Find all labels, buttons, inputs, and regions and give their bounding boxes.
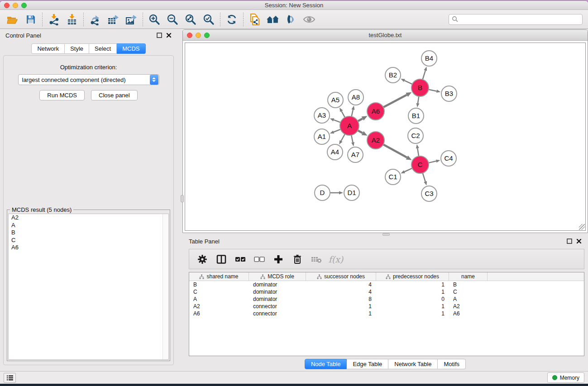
open-session-button[interactable] — [4, 12, 22, 27]
cell-MCDS-role[interactable]: dominator — [249, 289, 306, 295]
cell-predecessor-nodes[interactable]: 1 — [376, 310, 449, 317]
list-scrollbar[interactable] — [163, 214, 168, 359]
graph-edge-B-B3[interactable] — [428, 90, 437, 91]
tab-node-table[interactable]: Node Table — [305, 359, 347, 369]
cell-name[interactable]: C — [449, 289, 488, 295]
cell-MCDS-role[interactable]: connector — [249, 310, 306, 317]
zoom-selected-button[interactable] — [200, 12, 218, 27]
column-header-shared-name[interactable]: shared name — [189, 272, 249, 281]
cell-shared-name[interactable]: C — [189, 289, 249, 295]
cell-predecessor-nodes[interactable]: 0 — [376, 296, 449, 302]
network-canvas[interactable]: B4B2BB3A5A8A6A3B1AA1C2A2A4A7CC4C1C3DD1 — [185, 43, 586, 231]
cell-MCDS-role[interactable]: dominator — [249, 281, 306, 288]
graph-edge-B-B1[interactable] — [418, 96, 419, 103]
eye-button[interactable] — [300, 12, 318, 27]
graph-edge-A-A7[interactable] — [351, 135, 353, 143]
export-table-button[interactable] — [104, 12, 122, 27]
cell-name[interactable]: A6 — [449, 310, 488, 317]
cell-shared-name[interactable]: A2 — [189, 303, 249, 310]
table-row[interactable]: A6connector11A6 — [189, 310, 584, 317]
network-minimize-button[interactable] — [196, 33, 201, 38]
zoom-window-button[interactable] — [21, 3, 27, 8]
mcds-result-item[interactable]: C — [9, 237, 168, 244]
function-builder-button[interactable]: f(x) — [327, 251, 344, 267]
show-columns-button[interactable] — [213, 251, 230, 267]
select-all-button[interactable] — [232, 251, 249, 267]
cell-shared-name[interactable]: A6 — [189, 310, 249, 317]
network-close-button[interactable] — [187, 33, 192, 38]
cell-successor-nodes[interactable]: 1 — [306, 310, 376, 317]
network-file-button[interactable] — [246, 12, 264, 27]
graph-edge-C-C3[interactable] — [422, 172, 425, 181]
graphics-details-button[interactable] — [282, 12, 300, 27]
graph-edge-C-C2[interactable] — [417, 148, 419, 157]
cell-name[interactable]: B — [449, 281, 488, 288]
cell-shared-name[interactable]: B — [189, 281, 249, 288]
graph-edge-A-A8[interactable] — [351, 110, 353, 117]
float-panel-icon[interactable] — [157, 33, 162, 38]
deselect-all-button[interactable] — [251, 251, 268, 267]
column-header-predecessor-nodes[interactable]: predecessor nodes — [376, 272, 449, 281]
close-panel-icon[interactable] — [166, 33, 172, 38]
import-table-button[interactable] — [63, 12, 81, 27]
graph-edge-C-C4[interactable] — [428, 161, 436, 163]
zoom-out-button[interactable] — [163, 12, 182, 27]
mcds-result-list[interactable]: A2ABCA6 — [8, 214, 169, 360]
export-image-button[interactable] — [122, 12, 140, 27]
graph-edge-A6-B[interactable] — [383, 95, 407, 107]
import-network-button[interactable] — [45, 12, 63, 27]
create-column-button[interactable] — [270, 251, 287, 267]
zoom-fit-button[interactable] — [182, 12, 200, 27]
column-header-successor-nodes[interactable]: successor nodes — [306, 272, 376, 281]
column-header-MCDS-role[interactable]: MCDS role — [249, 272, 306, 281]
minimize-window-button[interactable] — [13, 3, 18, 8]
cell-predecessor-nodes[interactable]: 1 — [376, 289, 449, 295]
tab-network[interactable]: Network — [31, 43, 65, 54]
graph-edge-B-B2[interactable] — [404, 81, 412, 85]
cell-predecessor-nodes[interactable]: 1 — [376, 303, 449, 310]
panel-divider-grip-vertical[interactable] — [181, 195, 184, 202]
cell-predecessor-nodes[interactable]: 1 — [376, 281, 449, 288]
tab-mcds[interactable]: MCDS — [117, 43, 145, 54]
graph-edge-A-A5[interactable] — [341, 111, 345, 118]
window-resize-grip[interactable] — [579, 224, 585, 230]
mcds-result-item[interactable]: A6 — [9, 244, 168, 252]
cell-MCDS-role[interactable]: connector — [249, 303, 306, 310]
table-row[interactable]: Cdominator41C — [189, 288, 584, 295]
table-row[interactable]: Adominator80A — [189, 295, 584, 303]
close-panel-button[interactable]: Close panel — [91, 90, 138, 100]
tab-style[interactable]: Style — [65, 43, 89, 54]
cell-successor-nodes[interactable]: 4 — [306, 281, 376, 288]
close-window-button[interactable] — [4, 3, 10, 8]
delete-column-button[interactable] — [289, 251, 306, 267]
graph-edge-A-A3[interactable] — [334, 120, 341, 123]
cell-name[interactable]: A — [449, 296, 488, 302]
cell-successor-nodes[interactable]: 8 — [306, 296, 376, 302]
task-history-button[interactable] — [4, 373, 16, 383]
mcds-result-item[interactable]: B — [9, 229, 168, 237]
tab-motifs[interactable]: Motifs — [438, 359, 466, 369]
table-row[interactable]: A2connector11A2 — [189, 303, 584, 310]
graph-edge-C-C1[interactable] — [405, 168, 413, 172]
mcds-result-item[interactable]: A — [9, 222, 168, 229]
run-mcds-button[interactable]: Run MCDS — [39, 90, 85, 100]
network-graph[interactable]: B4B2BB3A5A8A6A3B1AA1C2A2A4A7CC4C1C3DD1 — [185, 43, 586, 233]
column-header-name[interactable]: name — [449, 272, 488, 281]
float-panel-icon[interactable] — [567, 238, 572, 244]
network-zoom-button[interactable] — [204, 33, 210, 38]
cell-name[interactable]: A2 — [449, 303, 488, 310]
graph-edge-A-A4[interactable] — [341, 134, 345, 141]
criterion-select[interactable]: largest connected component (directed) — [18, 74, 159, 85]
network-window-titlebar[interactable]: testGlobe.txt — [183, 30, 588, 41]
tab-edge-table[interactable]: Edge Table — [347, 359, 388, 369]
cell-MCDS-role[interactable]: dominator — [249, 296, 306, 302]
zoom-in-button[interactable] — [145, 12, 163, 27]
search-field[interactable] — [449, 14, 583, 25]
node-table[interactable]: shared nameMCDS rolesuccessor nodesprede… — [189, 272, 584, 356]
delete-table-button[interactable] — [308, 251, 325, 267]
search-input[interactable] — [459, 16, 579, 23]
refresh-button[interactable] — [223, 12, 241, 27]
graph-edge-A-A1[interactable] — [334, 129, 341, 132]
memory-button[interactable]: Memory — [547, 372, 584, 383]
panel-divider-grip-horizontal[interactable] — [382, 233, 390, 236]
